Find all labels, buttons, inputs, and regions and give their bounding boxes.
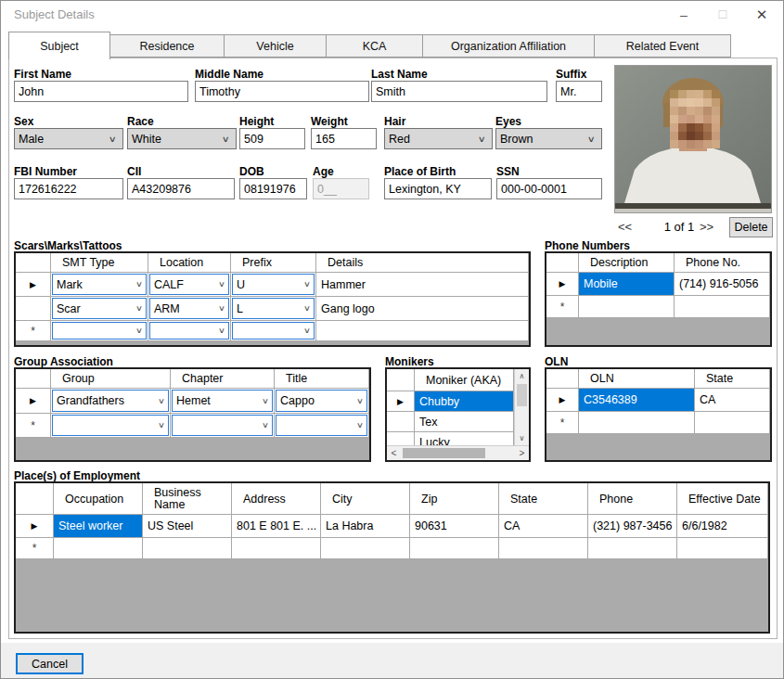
effective-date-cell[interactable] (677, 538, 768, 559)
effective-date-cell[interactable]: 6/6/1982 (677, 515, 768, 538)
cii-field[interactable] (127, 178, 235, 199)
phone-cell[interactable]: (321) 987-3456 (588, 515, 677, 538)
smt-location-cell[interactable]: ∨ (148, 321, 231, 341)
monikers-horizontal-scrollbar[interactable]: < > (387, 445, 529, 460)
address-cell[interactable]: 801 E 801 E. ... (232, 515, 321, 538)
oln-cell[interactable]: C3546389 (579, 389, 695, 412)
row-header[interactable] (387, 432, 415, 445)
suffix-field[interactable] (556, 81, 602, 102)
new-row-header[interactable]: * (16, 538, 54, 559)
address-cell[interactable] (232, 538, 321, 559)
smt-details-cell[interactable]: Gang logo (316, 297, 529, 321)
fbi-number-field[interactable] (14, 178, 123, 199)
business-name-cell[interactable] (143, 538, 232, 559)
smt-location-cell[interactable]: ARM∨ (148, 297, 231, 321)
phone-description-cell[interactable]: Mobile (579, 273, 675, 296)
tab-related-event[interactable]: Related Event (595, 34, 731, 58)
scroll-thumb[interactable] (517, 384, 527, 406)
dob-field[interactable] (239, 178, 307, 199)
new-row-header[interactable]: * (16, 321, 51, 341)
phone-description-cell[interactable] (579, 296, 675, 318)
smt-type-cell[interactable]: ∨ (51, 321, 148, 341)
city-cell[interactable]: La Habra (321, 515, 410, 538)
row-header[interactable] (16, 297, 51, 321)
tab-kca[interactable]: KCA (327, 34, 423, 58)
cell-value: Scar (57, 302, 81, 315)
moniker-cell[interactable]: Lucky (415, 432, 514, 445)
smt-prefix-cell[interactable]: ∨ (231, 321, 316, 341)
moniker-cell[interactable]: Tex (415, 412, 514, 432)
phone-number-header: Phone No. (675, 253, 770, 273)
row-header[interactable] (387, 412, 415, 432)
current-row-indicator[interactable]: ▶ (16, 389, 51, 414)
monikers-vertical-scrollbar[interactable]: ∧ ∨ (514, 369, 529, 445)
city-cell[interactable] (321, 538, 410, 559)
new-row-header[interactable]: * (16, 414, 51, 438)
cell-value: Cappo (280, 394, 315, 407)
new-row-header[interactable]: * (546, 412, 579, 434)
photo-prev-button[interactable]: << (618, 220, 632, 234)
cancel-button[interactable]: Cancel (16, 653, 84, 674)
scroll-track[interactable] (515, 383, 529, 431)
smt-type-cell[interactable]: Mark∨ (51, 273, 148, 297)
new-row-header[interactable]: * (546, 296, 579, 318)
tab-residence[interactable]: Residence (110, 34, 225, 58)
middle-name-field[interactable] (195, 81, 369, 102)
scroll-down-icon[interactable]: ∨ (515, 431, 529, 445)
tab-subject[interactable]: Subject (8, 32, 110, 59)
smt-prefix-cell[interactable]: U∨ (231, 273, 316, 297)
zip-cell[interactable] (410, 538, 499, 559)
close-icon[interactable]: ✕ (746, 1, 778, 29)
current-row-indicator[interactable]: ▶ (546, 389, 579, 412)
minimize-button[interactable]: – (668, 1, 700, 29)
phone-number-cell[interactable]: (714) 916-5056 (675, 273, 770, 296)
moniker-cell[interactable]: Chubby (415, 391, 514, 412)
scroll-right-icon[interactable]: > (515, 446, 529, 460)
smt-prefix-cell[interactable]: L∨ (231, 297, 316, 321)
chevron-down-icon: ∨ (135, 327, 143, 335)
occupation-cell[interactable]: Steel worker (54, 515, 143, 538)
hair-dropdown[interactable]: Red ∨ (384, 128, 493, 149)
tab-organization-affiliation[interactable]: Organization Affiliation (423, 34, 595, 58)
eyes-dropdown[interactable]: Brown ∨ (495, 128, 602, 149)
smt-details-cell[interactable]: Hammer (316, 273, 529, 297)
state-cell[interactable] (499, 538, 588, 559)
occupation-cell[interactable] (54, 538, 143, 559)
place-of-birth-field[interactable] (384, 178, 492, 199)
sex-dropdown[interactable]: Male ∨ (14, 128, 123, 149)
oln-state-cell[interactable]: CA (695, 389, 770, 412)
race-dropdown[interactable]: White ∨ (127, 128, 237, 149)
phone-number-cell[interactable] (675, 296, 770, 318)
current-row-indicator[interactable]: ▶ (16, 515, 54, 538)
group-cell[interactable]: ∨ (51, 414, 171, 438)
tab-vehicle[interactable]: Vehicle (225, 34, 327, 58)
state-cell[interactable]: CA (499, 515, 588, 538)
chapter-cell[interactable]: Hemet∨ (171, 389, 275, 414)
scroll-thumb[interactable] (403, 448, 485, 458)
oln-state-cell[interactable] (695, 412, 770, 434)
current-row-indicator[interactable]: ▶ (16, 273, 51, 297)
business-name-cell[interactable]: US Steel (143, 515, 232, 538)
smt-location-cell[interactable]: CALF∨ (148, 273, 231, 297)
title-cell[interactable]: ∨ (275, 414, 369, 438)
scroll-left-icon[interactable]: < (387, 446, 401, 460)
last-name-field[interactable] (371, 81, 547, 102)
ssn-field[interactable] (496, 178, 602, 199)
scroll-track[interactable] (401, 446, 515, 460)
group-cell[interactable]: Grandfathers∨ (51, 389, 171, 414)
scroll-up-icon[interactable]: ∧ (515, 369, 529, 383)
smt-details-cell[interactable] (316, 321, 529, 341)
smt-type-cell[interactable]: Scar∨ (51, 297, 148, 321)
height-field[interactable] (239, 128, 305, 149)
delete-photo-button[interactable]: Delete (729, 217, 773, 237)
first-name-field[interactable] (14, 81, 188, 102)
zip-cell[interactable]: 90631 (410, 515, 499, 538)
current-row-indicator[interactable]: ▶ (546, 273, 579, 296)
title-cell[interactable]: Cappo∨ (275, 389, 369, 414)
current-row-indicator[interactable]: ▶ (387, 391, 415, 412)
chapter-cell[interactable]: ∨ (171, 414, 275, 438)
weight-field[interactable] (311, 128, 377, 149)
oln-cell[interactable] (579, 412, 695, 434)
phone-cell[interactable] (588, 538, 677, 559)
photo-next-button[interactable]: >> (700, 220, 713, 234)
